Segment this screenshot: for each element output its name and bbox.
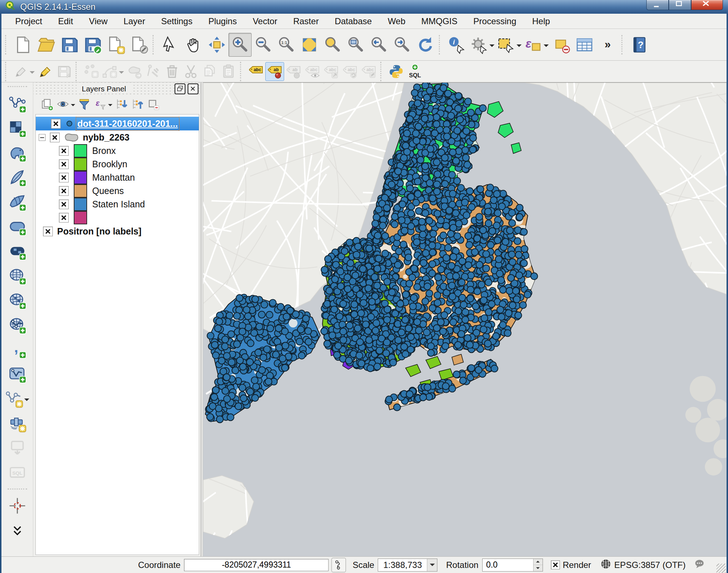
mmqgis-sql-button[interactable]: SQL: [406, 62, 424, 81]
menu-raster[interactable]: Raster: [285, 15, 327, 28]
layer-row-dot311[interactable]: dot-311-20160201-201...: [36, 117, 199, 130]
menu-help[interactable]: Help: [524, 15, 558, 28]
run-feature-action-button[interactable]: [468, 33, 496, 57]
zoom-next-button[interactable]: [390, 33, 414, 57]
close-button[interactable]: [691, 0, 723, 10]
add-spatialite-layer-button[interactable]: [7, 166, 28, 189]
add-vector-layer-button[interactable]: [7, 92, 28, 116]
category-checkbox[interactable]: [59, 213, 69, 223]
category-checkbox[interactable]: [59, 186, 69, 196]
add-wfs-layer-button[interactable]: [7, 314, 28, 337]
layer-visibility-checkbox[interactable]: [50, 133, 60, 142]
add-raster-layer-button[interactable]: [7, 117, 28, 140]
pin-unpin-labels-button[interactable]: ab: [265, 62, 284, 81]
messages-button[interactable]: [693, 558, 706, 572]
layer-visibility-checkbox[interactable]: [43, 227, 53, 236]
menu-vector[interactable]: Vector: [245, 15, 285, 28]
expand-all-button[interactable]: [114, 96, 129, 112]
spin-down-button[interactable]: [534, 565, 543, 571]
add-wcs-layer-button[interactable]: [7, 289, 28, 312]
new-shapefile-layer-button[interactable]: [4, 387, 30, 410]
render-checkbox[interactable]: [551, 560, 560, 569]
toolbar-overflow-button[interactable]: »: [596, 33, 619, 57]
resize-grip[interactable]: [716, 564, 726, 573]
remove-layer-button[interactable]: [145, 96, 161, 112]
coordinate-input[interactable]: [184, 559, 329, 571]
new-print-composer-button[interactable]: [104, 33, 127, 57]
zoom-to-selection-button[interactable]: [321, 33, 344, 57]
maximize-button[interactable]: [669, 0, 691, 10]
menu-edit[interactable]: Edit: [50, 15, 81, 28]
toggle-editing-button[interactable]: [36, 62, 55, 81]
zoom-native-button[interactable]: 1:1: [275, 33, 298, 57]
save-project-button[interactable]: [58, 33, 81, 57]
menu-view[interactable]: View: [81, 15, 116, 28]
pan-to-selection-button[interactable]: [205, 33, 228, 57]
dropdown-arrow-icon[interactable]: [71, 104, 75, 108]
render-toggle[interactable]: Render: [551, 560, 591, 570]
open-project-button[interactable]: [35, 33, 58, 57]
refresh-map-button[interactable]: [414, 33, 437, 57]
dropdown-arrow-icon[interactable]: [24, 398, 29, 404]
category-checkbox[interactable]: [59, 159, 69, 169]
add-delimited-text-layer-button[interactable]: ,: [7, 338, 28, 361]
gps-tools-button[interactable]: [7, 494, 28, 517]
toggle-extents-button[interactable]: [331, 558, 346, 572]
collapse-all-button[interactable]: [129, 96, 145, 112]
menu-settings[interactable]: Settings: [153, 15, 201, 28]
zoom-full-extent-button[interactable]: [298, 33, 321, 57]
deselect-all-button[interactable]: [550, 33, 573, 57]
spin-up-button[interactable]: [534, 559, 543, 565]
layers-panel-header[interactable]: Layers Panel: [33, 82, 201, 95]
layer-row-nybb[interactable]: nybb_2263: [36, 130, 199, 144]
category-checkbox[interactable]: [59, 199, 69, 209]
identify-features-button[interactable]: i: [445, 33, 468, 57]
layer-label[interactable]: Positron [no labels]: [57, 226, 141, 237]
zoom-in-button[interactable]: [228, 33, 252, 57]
collapse-expander-icon[interactable]: [39, 134, 46, 141]
dropdown-arrow-icon[interactable]: [517, 44, 522, 49]
legend-item-staten-island[interactable]: Staten Island: [36, 198, 199, 211]
combo-arrow-icon[interactable]: [427, 559, 437, 571]
add-mssql-layer-button[interactable]: [7, 191, 28, 214]
select-by-expression-button[interactable]: ε: [523, 33, 550, 57]
menu-plugins[interactable]: Plugins: [200, 15, 245, 28]
add-oracle-layer-button[interactable]: [7, 215, 28, 238]
add-group-button[interactable]: [39, 96, 55, 112]
layer-label[interactable]: dot-311-20160201-201...: [77, 119, 178, 129]
minimize-button[interactable]: [646, 0, 669, 10]
layer-labeling-options-button[interactable]: abc: [247, 62, 265, 81]
toolbar-grip[interactable]: [8, 86, 27, 89]
zoom-out-button[interactable]: [252, 33, 275, 57]
legend-item-queens[interactable]: Queens: [36, 184, 199, 198]
composer-manager-button[interactable]: [127, 33, 150, 57]
dropdown-arrow-icon[interactable]: [108, 104, 112, 108]
dropdown-arrow-icon[interactable]: [30, 71, 35, 76]
add-virtual-layer-button[interactable]: [7, 363, 28, 386]
layer-row-positron[interactable]: Positron [no labels]: [36, 224, 199, 238]
python-console-button[interactable]: [387, 62, 406, 81]
new-project-button[interactable]: [12, 33, 35, 57]
menu-database[interactable]: Database: [327, 15, 380, 28]
scale-combo[interactable]: 1:388,733: [378, 559, 437, 572]
filter-legend-button[interactable]: [76, 96, 92, 112]
save-project-as-button[interactable]: [81, 33, 104, 57]
legend-item-bronx[interactable]: Bronx: [36, 144, 199, 158]
select-features-button[interactable]: [496, 33, 523, 57]
legend-item-brooklyn[interactable]: Brooklyn: [36, 158, 199, 171]
close-panel-button[interactable]: [188, 83, 198, 94]
add-postgis-layer-button[interactable]: [7, 142, 28, 165]
help-contents-button[interactable]: ?: [628, 33, 651, 57]
menu-layer[interactable]: Layer: [116, 15, 153, 28]
zoom-to-layer-button[interactable]: [344, 33, 367, 57]
add-wms-layer-button[interactable]: [7, 264, 28, 288]
filter-by-expression-button[interactable]: ε: [92, 96, 114, 112]
manage-layer-visibility-button[interactable]: [55, 96, 76, 112]
dropdown-arrow-icon[interactable]: [119, 71, 124, 76]
category-checkbox[interactable]: [59, 173, 69, 182]
legend-item-other[interactable]: [36, 211, 199, 224]
menu-mmqgis[interactable]: MMQGIS: [414, 15, 466, 28]
map-canvas[interactable]: [203, 82, 727, 556]
dropdown-arrow-icon[interactable]: [544, 44, 549, 49]
pan-map-button[interactable]: [182, 33, 205, 57]
